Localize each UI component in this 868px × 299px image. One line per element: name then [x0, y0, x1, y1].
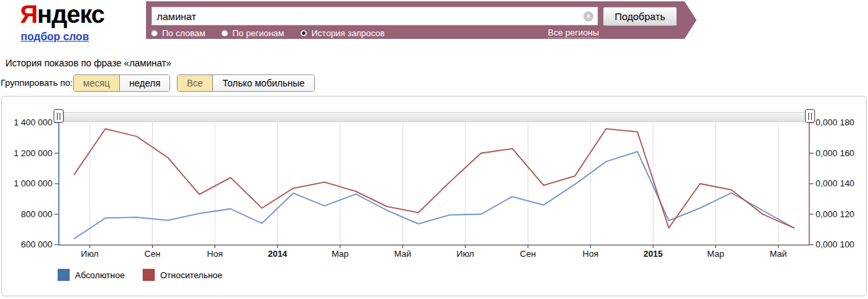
svg-text:Ноя: Ноя: [583, 249, 599, 259]
svg-text:600 000: 600 000: [21, 239, 52, 249]
chart-legend: АбсолютноеОтносительное: [58, 269, 240, 281]
radio-circle-icon: [151, 29, 158, 37]
radio-label: История запросов: [311, 28, 385, 38]
series-line-Относительное: [74, 129, 794, 228]
device-filter-mobile-only[interactable]: Только мобильные: [213, 75, 314, 91]
svg-text:0,000 180: 0,000 180: [816, 117, 855, 127]
svg-text:Сен: Сен: [520, 249, 536, 259]
radio-by-regions[interactable]: По регионам: [221, 27, 284, 38]
series-line-Абсолютное: [74, 152, 794, 239]
svg-text:Июл: Июл: [457, 249, 474, 259]
svg-text:1 400 000: 1 400 000: [13, 117, 52, 127]
svg-text:Мар: Мар: [707, 249, 724, 259]
svg-text:Май: Май: [770, 249, 786, 259]
search-mode-radios: Все регионы По словамПо регионамИстория …: [146, 27, 684, 39]
legend-item[interactable]: Относительное: [143, 269, 222, 281]
wordstat-home-link[interactable]: подбор слов: [21, 31, 89, 43]
search-input[interactable]: [151, 7, 598, 25]
yandex-logo[interactable]: Яндекс: [20, 1, 104, 29]
radio-label: По словам: [162, 28, 206, 38]
svg-text:0,000 100: 0,000 100: [816, 239, 855, 249]
svg-text:1 000 000: 1 000 000: [13, 178, 52, 188]
svg-text:0,000 120: 0,000 120: [816, 209, 855, 219]
device-toggle: ВсеТолько мобильные: [177, 74, 315, 92]
device-filter-all[interactable]: Все: [177, 75, 213, 91]
svg-text:0,000 160: 0,000 160: [816, 148, 855, 158]
radio-history[interactable]: История запросов: [300, 27, 385, 38]
radio-label: По регионам: [232, 28, 284, 38]
svg-text:Мар: Мар: [332, 249, 348, 259]
search-band: × Подобрать Все регионы По словамПо реги…: [146, 1, 697, 39]
submit-button[interactable]: Подобрать: [603, 7, 677, 26]
radio-by-words[interactable]: По словам: [151, 27, 206, 38]
svg-text:Май: Май: [394, 249, 411, 259]
radio-circle-icon: [300, 29, 307, 37]
legend-label: Абсолютное: [75, 270, 125, 280]
group-by-month[interactable]: месяц: [74, 75, 120, 91]
history-chart: ИюлСенНоя2014МарМайИюлСенНоя2015МарМай1 …: [2, 97, 867, 296]
svg-text:2015: 2015: [644, 249, 663, 259]
logo-letter-ya: Я: [20, 1, 38, 28]
svg-text:800 000: 800 000: [21, 209, 52, 219]
group-by-week[interactable]: неделя: [120, 75, 169, 91]
svg-text:Сен: Сен: [145, 249, 161, 259]
group-by-label: Группировать по:: [1, 78, 73, 88]
svg-text:0,000 140: 0,000 140: [816, 178, 855, 188]
legend-item[interactable]: Абсолютное: [58, 269, 125, 281]
grouping-toggle: месяцнеделя: [73, 74, 170, 92]
chart-panel: ИюлСенНоя2014МарМайИюлСенНоя2015МарМай1 …: [1, 96, 867, 296]
radio-circle-icon: [221, 29, 228, 37]
logo-rest: ндекс: [38, 1, 104, 28]
legend-swatch-icon: [58, 269, 70, 281]
svg-text:Ноя: Ноя: [207, 249, 223, 259]
svg-text:2014: 2014: [268, 249, 288, 259]
legend-label: Относительное: [160, 270, 222, 280]
svg-text:1 200 000: 1 200 000: [13, 148, 52, 158]
page-title: История показов по фразе «ламинат»: [5, 58, 171, 68]
legend-swatch-icon: [143, 269, 155, 281]
clear-input-icon[interactable]: ×: [583, 11, 593, 21]
all-regions-link[interactable]: Все регионы: [548, 27, 599, 38]
svg-text:Июл: Июл: [81, 249, 98, 259]
